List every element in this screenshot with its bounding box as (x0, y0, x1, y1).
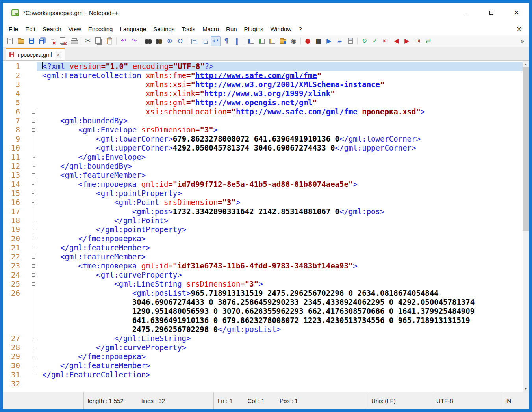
fold-toggle[interactable] (30, 198, 37, 207)
scroll-down-button[interactable]: ▼ (523, 385, 529, 392)
menu-run[interactable]: Run (222, 24, 241, 34)
code-line[interactable]: </gml:Envelope> (37, 153, 523, 162)
code-line[interactable]: <gml:posList>965.718913131519 2475.29625… (37, 289, 523, 298)
monitoring-button[interactable]: ◉ (289, 36, 298, 46)
code-line[interactable]: 2475.296256702298 0</gml:posList> (37, 325, 523, 334)
code-line[interactable]: <gml:pos>1732.3342890331642 2142.8531488… (37, 207, 523, 216)
fold-toggle[interactable] (30, 180, 37, 189)
code-line[interactable]: </gml:LineString> (37, 334, 523, 343)
fold-collapse-icon[interactable] (32, 192, 35, 195)
code-line[interactable]: <gml:pointProperty> (37, 189, 523, 198)
new-file-button[interactable] (5, 36, 15, 46)
code-line[interactable]: <gml:Point srsDimension="3"> (37, 198, 523, 207)
fold-toggle[interactable] (30, 261, 37, 270)
menu-macro[interactable]: Macro (199, 24, 222, 34)
nav-last-button[interactable]: ⇥ (413, 36, 423, 46)
fold-toggle[interactable] (30, 252, 37, 261)
open-file-button[interactable] (16, 36, 26, 46)
fold-toggle[interactable] (30, 171, 37, 180)
code-line[interactable]: 1290.951480056593 0 3070.6628355962293 6… (37, 307, 523, 316)
bookmark-margin[interactable] (23, 216, 30, 225)
bookmark-margin[interactable] (23, 144, 30, 153)
function-list-button[interactable] (246, 36, 256, 46)
bookmark-margin[interactable] (23, 298, 30, 307)
code-line[interactable]: <gml:Envelope srsDimension="3"> (37, 125, 523, 134)
code-line[interactable]: <fme:проверка gml:id="id7d99f712-8e5a-41… (37, 180, 523, 189)
code-line[interactable]: <gml:featureMember> (37, 171, 523, 180)
sync-horizontal-scroll-button[interactable] (200, 36, 210, 46)
toolbar-overflow-button[interactable]: » (521, 37, 527, 45)
menu-plugins[interactable]: Plugins (241, 24, 267, 34)
menu-edit[interactable]: Edit (22, 24, 39, 34)
scroll-up-button[interactable]: ▲ (523, 61, 529, 67)
document-map-button[interactable] (257, 36, 267, 46)
scroll-track[interactable] (523, 67, 529, 385)
code-line[interactable]: <gml:featureMember> (37, 252, 523, 261)
bookmark-margin[interactable] (23, 361, 30, 370)
bookmark-margin[interactable] (23, 234, 30, 243)
menu-search[interactable]: Search (39, 24, 65, 34)
bookmark-margin[interactable] (23, 180, 30, 189)
nav-first-button[interactable]: ⇤ (381, 36, 391, 46)
menu-help[interactable]: ? (295, 24, 305, 34)
code-line[interactable]: 3046.69067274433 0 3876.2586459290233 23… (37, 298, 523, 307)
bookmark-margin[interactable] (23, 207, 30, 216)
code-line[interactable]: xmlns:gml="http://www.opengis.net/gml" (37, 98, 523, 107)
find-button[interactable] (143, 36, 153, 46)
status-typing-mode[interactable]: IN (501, 392, 529, 409)
bookmark-margin[interactable] (23, 352, 30, 361)
minimize-button[interactable] (454, 3, 479, 22)
zoom-out-button[interactable]: ⊖ (175, 36, 185, 46)
status-eol-format[interactable]: Unix (LF) (367, 392, 432, 409)
bookmark-margin[interactable] (23, 334, 30, 343)
code-line[interactable]: </gml:featureMember> (37, 361, 523, 370)
bookmark-margin[interactable] (23, 370, 30, 379)
fold-toggle[interactable] (30, 107, 37, 116)
bookmark-margin[interactable] (23, 98, 30, 107)
code-line[interactable]: </gml:boundedBy> (37, 162, 523, 171)
bookmark-margin[interactable] (23, 198, 30, 207)
fold-collapse-icon[interactable] (32, 264, 35, 268)
close-button[interactable]: × (504, 3, 529, 22)
bookmark-margin[interactable] (23, 325, 30, 334)
nav-next-button[interactable]: ▶ (402, 36, 412, 46)
close-file-button[interactable] (48, 36, 57, 46)
code-line[interactable]: </gml:pointProperty> (37, 225, 523, 234)
fold-toggle[interactable] (30, 270, 37, 280)
bookmark-margin[interactable] (23, 134, 30, 144)
folder-as-workspace-button[interactable] (278, 36, 288, 46)
bookmark-margin[interactable] (23, 62, 30, 71)
fold-collapse-icon[interactable] (32, 173, 35, 177)
bookmark-margin[interactable] (23, 71, 30, 80)
copy-button[interactable] (94, 36, 104, 46)
plugin-sync-button[interactable]: ⇄ (423, 36, 433, 46)
code-line[interactable]: </gml:featureMember> (37, 243, 523, 252)
fold-collapse-icon[interactable] (32, 273, 35, 277)
bookmark-margin[interactable] (23, 379, 30, 388)
bookmark-margin[interactable] (23, 280, 30, 289)
replace-button[interactable] (154, 36, 164, 46)
show-indent-guide-button[interactable]: ‖ (232, 36, 242, 46)
code-line[interactable]: xsi:schemaLocation="http://www.safe.com/… (37, 107, 523, 116)
close-all-button[interactable] (58, 36, 68, 46)
code-line[interactable]: xmlns:xsi="http://www.w3.org/2001/XMLSch… (37, 80, 523, 89)
code-line[interactable]: </gml:Point> (37, 216, 523, 225)
bookmark-margin[interactable] (23, 189, 30, 198)
fold-collapse-icon[interactable] (32, 282, 35, 286)
bookmark-margin[interactable] (23, 153, 30, 162)
undo-button[interactable]: ↶ (119, 36, 128, 46)
code-line[interactable]: <gml:LineString srsDimension="3"> (37, 280, 523, 289)
code-line[interactable]: <gml:boundedBy> (37, 116, 523, 125)
code-line[interactable] (37, 379, 523, 388)
plugin-doc-check-button[interactable]: ✓ (370, 36, 380, 46)
plugin-refresh-button[interactable]: ↻ (360, 36, 369, 46)
editor-lines[interactable]: 1<?xml version="1.0" encoding="UTF-8"?>2… (3, 61, 523, 392)
menu-view[interactable]: View (65, 24, 85, 34)
word-wrap-button[interactable]: ↩ (211, 36, 221, 46)
code-line[interactable]: </fme:проверка> (37, 234, 523, 243)
bookmark-margin[interactable] (23, 252, 30, 261)
fold-collapse-icon[interactable] (32, 128, 35, 132)
menu-window[interactable]: Window (267, 24, 295, 34)
menu-tools[interactable]: Tools (178, 24, 199, 34)
cut-button[interactable]: ✂ (83, 36, 93, 46)
